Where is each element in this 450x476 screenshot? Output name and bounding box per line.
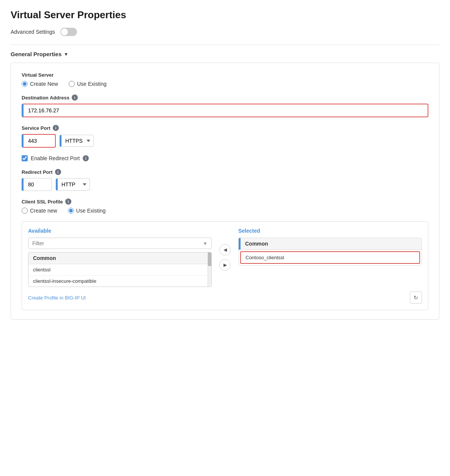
selected-column: Selected Common Contoso_clientssl	[238, 228, 422, 287]
redirect-port-label: Redirect Port i	[22, 169, 428, 175]
enable-redirect-row: Enable Redirect Port i	[22, 155, 428, 161]
filter-row[interactable]: ▼	[28, 238, 212, 249]
filter-input[interactable]	[32, 240, 203, 246]
client-ssl-use-existing[interactable]: Use Existing	[68, 208, 106, 214]
filter-icon: ▼	[203, 241, 208, 246]
virtual-server-label: Virtual Server	[22, 72, 428, 78]
list-item-clientssl-insecure[interactable]: clientssl-insecure-compatible	[28, 276, 211, 287]
client-ssl-radio-group: Create new Use Existing	[22, 208, 428, 214]
virtual-server-create-new[interactable]: Create New	[22, 81, 58, 87]
ssl-panel-footer: Create Profile in BIG-IP UI ↻	[28, 292, 422, 304]
selected-title: Selected	[238, 228, 422, 234]
enable-redirect-field: Enable Redirect Port i	[22, 155, 428, 161]
transfer-buttons: ◀ ▶	[219, 228, 231, 287]
client-ssl-create-new[interactable]: Create new	[22, 208, 57, 214]
available-column: Available ▼ Common clientssl clientssl-i…	[28, 228, 212, 287]
general-properties-header: General Properties ▼	[11, 51, 439, 57]
advanced-settings-label: Advanced Settings	[11, 29, 55, 35]
virtual-server-use-existing[interactable]: Use Existing	[69, 81, 107, 87]
page-title: Virtual Server Properties	[11, 9, 439, 21]
transfer-right-button[interactable]: ▶	[219, 259, 231, 271]
enable-redirect-info-icon[interactable]: i	[83, 155, 89, 161]
destination-address-input[interactable]	[22, 104, 428, 117]
redirect-port-field: Redirect Port i HTTP HTTPS	[22, 169, 428, 191]
virtual-server-field: Virtual Server Create New Use Existing	[22, 72, 428, 87]
general-properties-card: Virtual Server Create New Use Existing D…	[11, 63, 439, 320]
redirect-port-protocol-select[interactable]: HTTP HTTPS	[56, 178, 90, 191]
general-properties-chevron[interactable]: ▼	[64, 52, 68, 57]
redirect-port-row: HTTP HTTPS	[22, 178, 428, 191]
ssl-profile-panel: Available ▼ Common clientssl clientssl-i…	[22, 221, 428, 310]
selected-group-header-common: Common	[239, 238, 422, 250]
transfer-left-button[interactable]: ◀	[219, 244, 231, 255]
selected-box: Common Contoso_clientssl	[238, 238, 422, 266]
create-profile-link[interactable]: Create Profile in BIG-IP UI	[28, 295, 86, 301]
refresh-button[interactable]: ↻	[410, 292, 422, 304]
available-scrollbar-thumb	[208, 252, 211, 266]
service-port-info-icon[interactable]: i	[53, 125, 59, 131]
available-list-inner: Common clientssl clientssl-insecure-comp…	[28, 252, 211, 287]
refresh-icon: ↻	[414, 295, 418, 301]
selected-item-contoso[interactable]: Contoso_clientssl	[240, 251, 420, 264]
advanced-settings-toggle[interactable]	[60, 28, 77, 36]
client-ssl-profile-info-icon[interactable]: i	[65, 199, 71, 205]
client-ssl-profile-field: Client SSL Profile i Create new Use Exis…	[22, 199, 428, 214]
service-port-label: Service Port i	[22, 125, 428, 131]
client-ssl-profile-label: Client SSL Profile i	[22, 199, 428, 205]
available-list-box: Common clientssl clientssl-insecure-comp…	[28, 252, 212, 287]
redirect-port-info-icon[interactable]: i	[55, 169, 61, 175]
redirect-port-input[interactable]	[22, 178, 52, 191]
enable-redirect-checkbox[interactable]	[22, 155, 28, 161]
available-title: Available	[28, 228, 212, 234]
enable-redirect-label: Enable Redirect Port	[31, 155, 80, 161]
list-item-clientssl[interactable]: clientssl	[28, 264, 211, 276]
ssl-panel-inner: Available ▼ Common clientssl clientssl-i…	[28, 228, 422, 287]
available-scrollbar[interactable]	[208, 252, 211, 287]
destination-address-field: Destination Address i	[22, 95, 428, 117]
virtual-server-radio-group: Create New Use Existing	[22, 81, 428, 87]
service-port-input[interactable]	[22, 134, 56, 148]
destination-address-label: Destination Address i	[22, 95, 428, 101]
available-group-header-common: Common	[28, 252, 211, 264]
service-port-protocol-select[interactable]: HTTPS HTTP FTP SMTP	[60, 135, 94, 147]
destination-address-info-icon[interactable]: i	[72, 95, 78, 101]
service-port-row: HTTPS HTTP FTP SMTP	[22, 134, 428, 148]
service-port-field: Service Port i HTTPS HTTP FTP SMTP	[22, 125, 428, 148]
